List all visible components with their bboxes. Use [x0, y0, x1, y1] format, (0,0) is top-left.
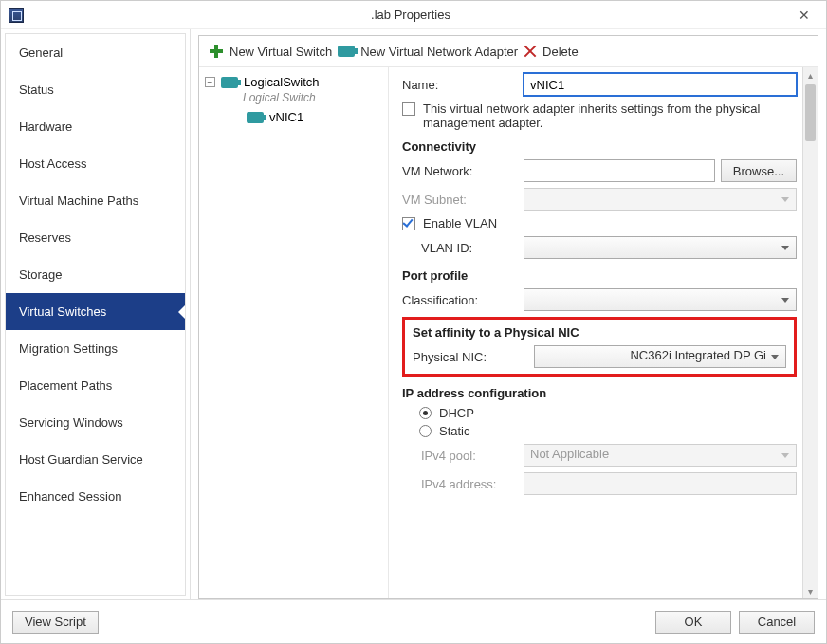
- static-radio[interactable]: [419, 425, 432, 437]
- network-adapter-icon: [338, 46, 355, 57]
- dhcp-radio[interactable]: [419, 407, 432, 419]
- tree-expander-icon[interactable]: −: [205, 77, 215, 87]
- new-switch-label: New Virtual Switch: [230, 45, 332, 59]
- sidebar-item-hardware[interactable]: Hardware: [6, 108, 185, 145]
- close-icon[interactable]: ✕: [790, 8, 818, 23]
- cancel-button[interactable]: Cancel: [739, 611, 815, 634]
- app-icon: [9, 8, 24, 23]
- connectivity-heading: Connectivity: [402, 139, 797, 154]
- sidebar-item-migration-settings[interactable]: Migration Settings: [6, 330, 185, 367]
- switch-tree: − LogicalSwitch Logical Switch vNIC1: [199, 67, 389, 598]
- delete-button[interactable]: Delete: [524, 45, 579, 59]
- inherit-label: This virtual network adapter inherits se…: [423, 101, 797, 130]
- physical-nic-select[interactable]: NC362i Integrated DP Gi: [534, 345, 786, 368]
- affinity-highlight: Set affinity to a Physical NIC Physical …: [402, 317, 797, 377]
- window-title: .lab Properties: [31, 8, 790, 22]
- sidebar-item-servicing-windows[interactable]: Servicing Windows: [6, 404, 185, 441]
- static-label: Static: [439, 424, 470, 438]
- sidebar-item-storage[interactable]: Storage: [6, 256, 185, 293]
- scroll-up-icon[interactable]: ▴: [803, 67, 818, 83]
- adapter-icon: [247, 112, 264, 123]
- classification-label: Classification:: [402, 293, 524, 307]
- delete-label: Delete: [542, 45, 579, 59]
- properties-dialog: .lab Properties ✕ General Status Hardwar…: [0, 0, 827, 644]
- dhcp-label: DHCP: [439, 406, 474, 420]
- sidebar-item-host-guardian[interactable]: Host Guardian Service: [6, 441, 185, 478]
- sidebar-item-vm-paths[interactable]: Virtual Machine Paths: [6, 182, 185, 219]
- new-adapter-label: New Virtual Network Adapter: [360, 45, 518, 59]
- tree-switch-subtitle: Logical Switch: [203, 91, 384, 104]
- static-radio-row[interactable]: Static: [402, 424, 797, 438]
- affinity-heading: Set affinity to a Physical NIC: [413, 325, 786, 340]
- sidebar-item-reserves[interactable]: Reserves: [6, 219, 185, 256]
- enable-vlan-label: Enable VLAN: [423, 216, 497, 230]
- vm-network-label: VM Network:: [402, 164, 524, 178]
- tree-switch-node[interactable]: − LogicalSwitch: [203, 73, 384, 91]
- dhcp-radio-row[interactable]: DHCP: [402, 406, 797, 420]
- ipv4-pool-select: Not Applicable: [524, 444, 797, 467]
- new-virtual-switch-button[interactable]: New Virtual Switch: [209, 44, 332, 59]
- port-profile-heading: Port profile: [402, 268, 797, 283]
- inherit-checkbox-row[interactable]: This virtual network adapter inherits se…: [402, 101, 797, 130]
- plus-icon: [209, 44, 224, 59]
- vlan-id-select[interactable]: [524, 236, 797, 259]
- vm-subnet-select: [524, 188, 797, 211]
- sidebar-item-general[interactable]: General: [6, 34, 185, 71]
- sidebar: General Status Hardware Host Access Virt…: [1, 29, 191, 599]
- toolbar: New Virtual Switch New Virtual Network A…: [199, 36, 818, 66]
- view-script-button[interactable]: View Script: [12, 611, 99, 634]
- ipv4-address-input: [524, 472, 797, 495]
- titlebar: .lab Properties ✕: [1, 1, 826, 29]
- tree-switch-label: LogicalSwitch: [244, 75, 320, 89]
- vm-network-input[interactable]: [524, 159, 715, 182]
- enable-vlan-checkbox[interactable]: [402, 217, 415, 230]
- tree-adapter-label: vNIC1: [269, 110, 303, 124]
- sidebar-item-placement-paths[interactable]: Placement Paths: [6, 367, 185, 404]
- enable-vlan-row[interactable]: Enable VLAN: [402, 216, 797, 230]
- name-input[interactable]: [524, 73, 797, 96]
- new-virtual-adapter-button[interactable]: New Virtual Network Adapter: [338, 45, 518, 59]
- body: General Status Hardware Host Access Virt…: [1, 29, 826, 599]
- ipv4-address-label: IPv4 address:: [402, 477, 524, 491]
- sidebar-item-host-access[interactable]: Host Access: [6, 145, 185, 182]
- classification-select[interactable]: [524, 288, 797, 311]
- vm-subnet-label: VM Subnet:: [402, 193, 524, 207]
- footer: View Script OK Cancel: [1, 599, 826, 643]
- ok-button[interactable]: OK: [655, 611, 731, 634]
- delete-icon: [524, 45, 537, 58]
- vlan-id-label: VLAN ID:: [402, 241, 524, 255]
- switch-icon: [221, 77, 238, 88]
- ipv4-pool-label: IPv4 pool:: [402, 449, 524, 463]
- physical-nic-label: Physical NIC:: [413, 350, 534, 364]
- name-label: Name:: [402, 78, 524, 92]
- sidebar-item-status[interactable]: Status: [6, 71, 185, 108]
- scroll-thumb[interactable]: [805, 84, 816, 141]
- ip-config-heading: IP address configuration: [402, 386, 797, 400]
- form-scrollbar[interactable]: ▴ ▾: [802, 67, 818, 598]
- scroll-down-icon[interactable]: ▾: [803, 583, 818, 598]
- content-row: − LogicalSwitch Logical Switch vNIC1: [199, 66, 818, 598]
- browse-button[interactable]: Browse...: [721, 159, 797, 182]
- tree-adapter-node[interactable]: vNIC1: [203, 110, 384, 124]
- sidebar-item-enhanced-session[interactable]: Enhanced Session: [6, 478, 185, 515]
- form-panel: Name: This virtual network adapter inher…: [389, 67, 818, 598]
- main-area: New Virtual Switch New Virtual Network A…: [191, 29, 826, 599]
- inherit-checkbox[interactable]: [402, 102, 415, 116]
- sidebar-item-virtual-switches[interactable]: Virtual Switches: [6, 293, 185, 330]
